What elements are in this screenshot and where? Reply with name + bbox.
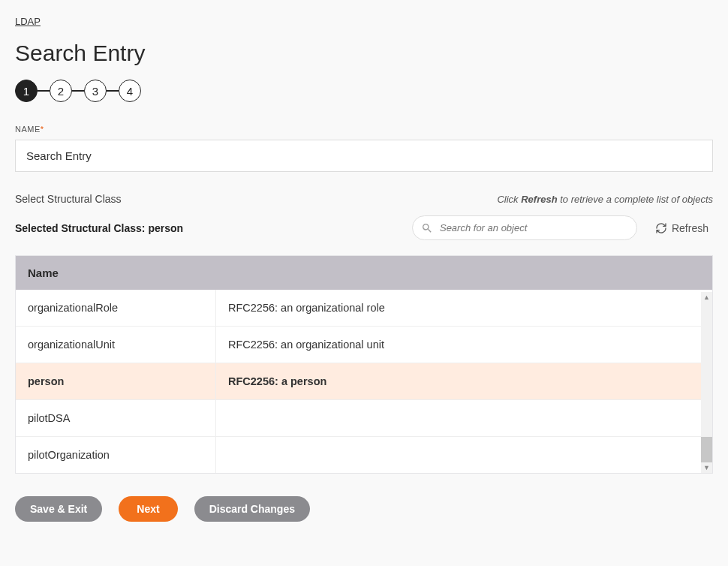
step-2[interactable]: 2 — [50, 80, 72, 102]
cell-name: person — [16, 363, 216, 399]
name-input[interactable] — [15, 140, 713, 172]
step-3[interactable]: 3 — [84, 80, 107, 102]
object-search-input[interactable] — [412, 215, 637, 240]
scroll-down-arrow[interactable]: ▼ — [701, 462, 712, 473]
next-button[interactable]: Next — [119, 496, 177, 522]
name-label-text: NAME — [15, 125, 41, 134]
table-header: Name — [16, 256, 712, 290]
structural-class-table: Name organizationalRoleRFC2256: an organ… — [15, 255, 713, 474]
selected-class-value: person — [148, 222, 183, 234]
name-field-group: NAME* — [15, 125, 713, 172]
table-row[interactable]: pilotOrganization — [16, 437, 712, 473]
refresh-button[interactable]: Refresh — [651, 219, 713, 237]
structural-header-row: Select Structural Class Click Refresh to… — [15, 193, 713, 205]
structural-controls-row: Selected Structural Class: person Refres… — [15, 215, 713, 240]
table-header-name: Name — [28, 266, 59, 279]
page-title: Search Entry — [15, 41, 713, 66]
selected-class-prefix: Selected Structural Class: — [15, 222, 148, 234]
cell-description: RFC2256: an organizational unit — [216, 327, 712, 363]
table-row[interactable]: organizationalUnitRFC2256: an organizati… — [16, 327, 712, 363]
step-4[interactable]: 4 — [119, 80, 141, 102]
breadcrumb: LDAP — [15, 15, 713, 27]
save-exit-button[interactable]: Save & Exit — [15, 496, 102, 522]
step-connector — [72, 90, 84, 92]
cell-description — [216, 400, 712, 436]
refresh-icon — [655, 222, 667, 234]
cell-name: organizationalRole — [16, 290, 216, 326]
wizard-button-row: Save & Exit Next Discard Changes — [15, 496, 713, 522]
cell-description: RFC2256: an organizational role — [216, 290, 712, 326]
refresh-button-label: Refresh — [672, 222, 708, 234]
step-connector — [107, 90, 119, 92]
right-controls: Refresh — [412, 215, 713, 240]
cell-description — [216, 437, 712, 473]
cell-name: organizationalUnit — [16, 327, 216, 363]
cell-description: RFC2256: a person — [216, 363, 712, 399]
scroll-thumb[interactable] — [701, 437, 712, 462]
table-body: organizationalRoleRFC2256: an organizati… — [16, 290, 712, 473]
table-row[interactable]: organizationalRoleRFC2256: an organizati… — [16, 290, 712, 327]
refresh-hint: Click Refresh to retrieve a complete lis… — [497, 194, 713, 205]
step-connector — [38, 90, 50, 92]
object-search-wrap — [412, 215, 637, 240]
step-1[interactable]: 1 — [15, 80, 38, 102]
scroll-up-arrow[interactable]: ▲ — [701, 292, 712, 303]
breadcrumb-link-ldap[interactable]: LDAP — [15, 16, 41, 27]
cell-name: pilotDSA — [16, 400, 216, 436]
select-structural-label: Select Structural Class — [15, 193, 122, 205]
refresh-hint-suffix: to retrieve a complete list of objects — [558, 194, 713, 205]
refresh-hint-bold: Refresh — [521, 194, 557, 205]
selected-structural-class: Selected Structural Class: person — [15, 222, 183, 234]
search-icon — [421, 222, 433, 234]
wizard-stepper: 1234 — [15, 80, 713, 102]
name-label: NAME* — [15, 125, 713, 134]
table-scrollbar[interactable]: ▲ ▼ — [701, 292, 712, 473]
cell-name: pilotOrganization — [16, 437, 216, 473]
required-indicator: * — [41, 125, 44, 134]
table-row[interactable]: personRFC2256: a person — [16, 363, 712, 400]
table-row[interactable]: pilotDSA — [16, 400, 712, 437]
discard-changes-button[interactable]: Discard Changes — [194, 496, 310, 522]
refresh-hint-prefix: Click — [497, 194, 521, 205]
